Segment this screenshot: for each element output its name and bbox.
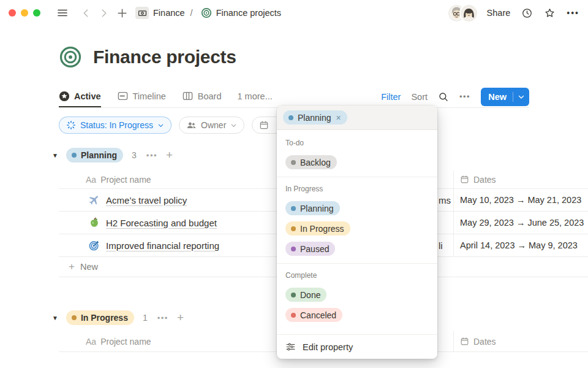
group-more-button[interactable]: ••• — [157, 313, 168, 323]
favorite-button[interactable] — [544, 7, 556, 19]
group-tag[interactable]: Planning — [66, 148, 123, 163]
section-title-in-progress: In Progress — [277, 177, 437, 198]
clock-icon — [521, 7, 533, 19]
text-property-icon: Aa — [86, 337, 96, 347]
calendar-icon — [460, 175, 469, 184]
filter-button[interactable]: Filter — [381, 92, 401, 102]
breadcrumb-page-label[interactable]: Finance projects — [216, 8, 281, 18]
status-option-in-progress[interactable]: In Progress — [277, 218, 437, 239]
tab-active[interactable]: Active — [59, 86, 101, 107]
search-button[interactable] — [438, 91, 449, 102]
page-header: Finance projects — [59, 45, 236, 69]
sidebar-toggle-button[interactable] — [56, 7, 69, 19]
section-title-todo: To-do — [277, 131, 437, 152]
view-more-button[interactable]: ••• — [459, 92, 470, 101]
project-title[interactable]: Improved financial reporting — [106, 240, 219, 251]
zoom-window-button[interactable] — [33, 9, 40, 17]
status-dot-icon — [291, 313, 296, 318]
minimize-window-button[interactable] — [21, 9, 28, 17]
nav-back-button[interactable] — [81, 8, 91, 18]
search-icon — [438, 91, 449, 102]
tab-label: 1 more... — [238, 91, 273, 101]
share-button[interactable]: Share — [487, 8, 511, 18]
new-button[interactable]: New — [481, 88, 529, 106]
section-title-complete: Complete — [277, 264, 437, 285]
view-controls: Filter Sort ••• New — [381, 88, 529, 106]
status-filter-dropdown: Planning × To-do Backlog In Progress Pla… — [277, 105, 437, 359]
plus-icon — [116, 7, 128, 19]
project-title[interactable]: H2 Forecasting and budget — [106, 218, 217, 228]
selected-status-tag[interactable]: Planning × — [283, 110, 347, 125]
sort-button[interactable]: Sort — [411, 92, 428, 102]
tab-timeline[interactable]: Timeline — [117, 86, 166, 107]
collapse-triangle-icon[interactable]: ▼ — [52, 315, 58, 321]
remove-tag-button[interactable]: × — [336, 113, 341, 123]
new-button-dropdown[interactable] — [513, 88, 529, 106]
view-tabs: Active Timeline Board 1 more... — [59, 86, 273, 107]
breadcrumb-workspace-button[interactable] — [135, 7, 149, 19]
dates-cell[interactable]: April 14, 2023 → May 9, 2023 — [453, 234, 588, 256]
chevron-down-icon — [157, 122, 164, 129]
nav-forward-button[interactable] — [99, 8, 109, 18]
status-dot-icon — [291, 247, 296, 251]
status-dot-icon — [288, 115, 293, 120]
chevron-down-icon — [230, 122, 237, 129]
group-add-button[interactable]: + — [166, 148, 173, 162]
column-header-dates[interactable]: Dates — [453, 331, 588, 351]
tab-more-views[interactable]: 1 more... — [238, 86, 273, 107]
breadcrumb: Finance / Finance projects — [135, 7, 281, 19]
column-header-owner-fragment — [437, 331, 453, 351]
group-more-button[interactable]: ••• — [146, 151, 157, 160]
status-option-label: Planning — [300, 204, 334, 213]
green-apple-icon — [88, 217, 100, 229]
column-header-label: Dates — [473, 175, 496, 185]
group-add-button[interactable]: + — [177, 311, 184, 324]
target-icon — [201, 7, 212, 18]
page-title[interactable]: Finance projects — [93, 47, 236, 67]
target-icon[interactable] — [59, 45, 82, 69]
calendar-icon — [460, 337, 469, 346]
project-title[interactable]: Acme’s travel policy — [106, 195, 187, 205]
status-option-backlog[interactable]: Backlog — [277, 152, 437, 172]
tab-label: Active — [74, 91, 101, 101]
column-header-dates[interactable]: Dates — [453, 171, 588, 188]
status-tag: In Progress — [285, 221, 350, 236]
edit-property-button[interactable]: Edit property — [277, 334, 437, 359]
status-option-label: Paused — [300, 244, 329, 254]
close-window-button[interactable] — [9, 9, 16, 17]
filter-value-input[interactable]: Planning × — [277, 105, 437, 130]
banknote-icon — [138, 9, 147, 18]
group-tag[interactable]: In Progress — [66, 310, 134, 325]
status-option-done[interactable]: Done — [277, 285, 437, 305]
tab-board[interactable]: Board — [182, 86, 222, 107]
status-option-paused[interactable]: Paused — [277, 239, 437, 259]
status-filter-chip[interactable]: Status: In Progress — [59, 117, 172, 134]
column-header-label: Dates — [473, 337, 496, 347]
sliders-icon — [285, 342, 296, 352]
status-filter-label: Status: In Progress — [80, 120, 153, 130]
page-more-button[interactable]: ••• — [567, 8, 579, 18]
status-dot-icon — [291, 226, 296, 231]
view-toolbar: Active Timeline Board 1 more... Filter S… — [59, 86, 529, 108]
group-label: Planning — [81, 150, 117, 160]
window-controls — [9, 9, 40, 17]
status-option-canceled[interactable]: Canceled — [277, 305, 437, 325]
updates-button[interactable] — [521, 7, 533, 19]
collapse-triangle-icon[interactable]: ▼ — [52, 152, 58, 159]
collaborator-avatars[interactable] — [448, 5, 477, 21]
hamburger-icon — [56, 7, 69, 19]
dates-cell[interactable]: May 10, 2023 → May 21, 2023 — [453, 189, 588, 211]
group-count: 3 — [132, 150, 137, 160]
status-option-label: In Progress — [300, 224, 344, 234]
owner-filter-chip[interactable]: Owner — [179, 117, 244, 134]
status-option-planning[interactable]: Planning — [277, 198, 437, 218]
new-page-button[interactable] — [116, 7, 128, 19]
dates-cell[interactable]: May 29, 2023 → June 25, 2023 — [453, 212, 588, 234]
status-dot-icon — [291, 206, 296, 211]
breadcrumb-workspace-label[interactable]: Finance — [153, 8, 185, 18]
new-button-label[interactable]: New — [481, 88, 513, 106]
status-tag: Done — [285, 288, 326, 302]
timeline-view-icon — [117, 90, 129, 102]
status-option-label: Backlog — [300, 158, 331, 167]
status-options-list: To-do Backlog In Progress Planning In Pr… — [277, 130, 437, 334]
